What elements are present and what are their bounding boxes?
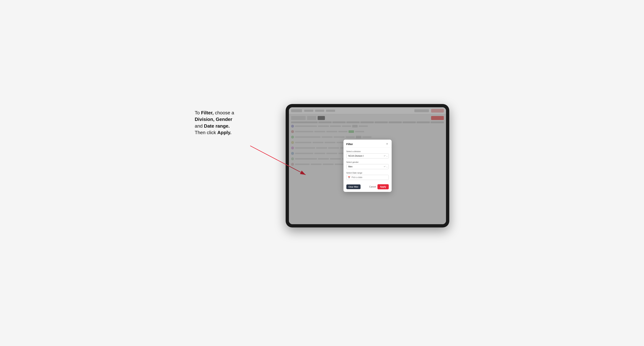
date-range-bold: Date range. — [204, 123, 230, 129]
calendar-icon: 📅 — [348, 176, 350, 179]
apply-button[interactable]: Apply — [378, 184, 388, 189]
cancel-button[interactable]: Cancel — [369, 185, 376, 188]
gender-label: Select gender — [346, 161, 389, 163]
gender-form-group: Select gender Men Women × ⌃⌄ — [346, 161, 389, 169]
date-input-wrapper: 📅 — [346, 175, 389, 180]
division-select-wrapper: NCAA Division I NCAA Division II NCAA Di… — [346, 153, 389, 159]
gender-select[interactable]: Men Women — [346, 164, 389, 169]
modal-body: Select a division NCAA Division I NCAA D… — [344, 148, 392, 182]
date-input[interactable] — [346, 175, 389, 180]
modal-overlay: Filter × Select a division NCAA Division… — [289, 107, 446, 224]
filter-bold: Filter, — [201, 110, 214, 115]
division-select[interactable]: NCAA Division I NCAA Division II NCAA Di… — [346, 153, 389, 159]
division-label: Select a division — [346, 150, 389, 153]
apply-bold: Apply. — [217, 130, 232, 135]
modal-title: Filter — [346, 143, 353, 146]
gender-clear-icon[interactable]: × — [384, 165, 385, 168]
date-form-group: Select Date range 📅 — [346, 172, 389, 180]
division-clear-icon[interactable]: × — [384, 155, 385, 157]
clear-filter-button[interactable]: Clear filter — [346, 184, 360, 189]
division-gender-bold: Division, Gender — [195, 117, 232, 122]
modal-close-button[interactable]: × — [386, 142, 388, 146]
modal-footer: Clear filter Cancel Apply — [344, 182, 392, 192]
modal-header: Filter × — [344, 140, 392, 148]
division-form-group: Select a division NCAA Division I NCAA D… — [346, 150, 389, 159]
gender-select-wrapper: Men Women × ⌃⌄ — [346, 164, 389, 169]
page-wrapper: To Filter, choose a Division, Gender and… — [195, 104, 449, 242]
date-label: Select Date range — [346, 172, 389, 174]
footer-right-buttons: Cancel Apply — [369, 184, 389, 189]
tablet-frame: Filter × Select a division NCAA Division… — [286, 104, 449, 227]
instruction-text: To Filter, choose a Division, Gender and… — [195, 109, 234, 136]
filter-modal: Filter × Select a division NCAA Division… — [344, 140, 392, 192]
tablet-screen: Filter × Select a division NCAA Division… — [289, 107, 446, 224]
